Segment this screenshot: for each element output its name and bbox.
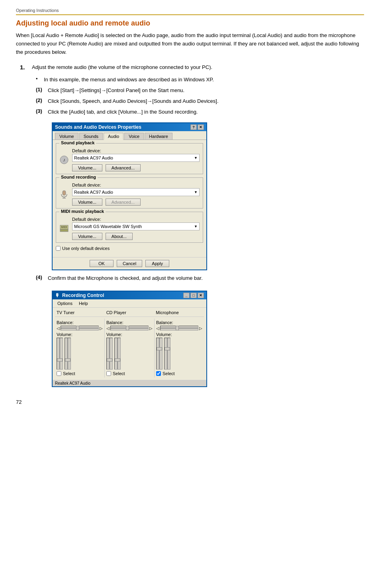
cd-volume-sliders <box>106 338 153 370</box>
default-devices-checkbox[interactable] <box>56 246 61 251</box>
mic-vol-slider-right[interactable] <box>164 338 170 370</box>
cd-select-checkbox[interactable] <box>106 371 111 376</box>
sounds-dialog-title: Sounds and Audio Devices Properties <box>55 124 141 130</box>
tab-hardware[interactable]: Hardware <box>145 133 172 140</box>
section-title: Adjusting local audio and remote audio <box>16 19 364 28</box>
midi-device-dropdown[interactable]: Microsoft GS Wavetable SW Synth ▼ <box>72 222 200 230</box>
sub-steps: • In this example, the menus and windows… <box>36 76 364 391</box>
sub-step-2-num: (2) <box>36 97 48 103</box>
apply-button[interactable]: Apply <box>145 260 169 267</box>
channel-col-tv: TV Tuner <box>55 310 105 315</box>
recording-status-bar: Realtek AC97 Audio <box>53 380 206 386</box>
playback-device-dropdown[interactable]: Realtek AC97 Audio ▼ <box>72 154 200 162</box>
recording-device-name: Realtek AC97 Audio <box>74 190 113 195</box>
dialog-tabs: Volume Sounds Audio Voice Hardware <box>53 131 206 140</box>
sub-step-4: (4) Confirm that the Microphone is check… <box>36 274 364 283</box>
tv-vol-slider-left[interactable] <box>57 338 63 370</box>
tv-balance-slider[interactable] <box>61 326 99 330</box>
mic-vol-slider-left[interactable] <box>156 338 163 370</box>
midi-about-btn[interactable]: About... <box>106 233 133 240</box>
playback-device-name: Realtek AC97 Audio <box>74 155 113 160</box>
sounds-dialog: Sounds and Audio Devices Properties ? ✕ … <box>52 122 207 270</box>
recording-title-icon: 🎙 <box>55 293 60 298</box>
recording-titlebar-left: 🎙 Recording Control <box>55 293 104 298</box>
cd-right-icon: ▷ <box>149 326 153 330</box>
playback-volume-btn[interactable]: Volume... <box>72 164 102 171</box>
recording-advanced-btn[interactable]: Advanced... <box>106 199 141 206</box>
default-devices-checkbox-row: Use only default devices <box>56 246 203 251</box>
step-1-number: 1. <box>20 64 32 71</box>
recording-close-btn[interactable]: ✕ <box>198 293 204 298</box>
tv-select-row: Select <box>57 371 103 376</box>
step-1-text: Adjust the remote audio (the volume of t… <box>32 63 212 72</box>
tab-volume[interactable]: Volume <box>55 133 78 140</box>
sounds-dialog-container: Sounds and Audio Devices Properties ? ✕ … <box>52 122 207 270</box>
channel-col-cd: CD Player <box>105 310 155 315</box>
tv-select-checkbox[interactable] <box>57 371 61 376</box>
mic-balance-slider[interactable] <box>160 326 198 330</box>
cd-balance-label: Balance: <box>106 320 153 325</box>
tab-audio[interactable]: Audio <box>104 133 123 140</box>
mic-left-icon: ◁ <box>156 326 159 330</box>
channel-section: Balance: ◁ ▷ Volume: <box>55 319 204 378</box>
tab-voice[interactable]: Voice <box>124 133 144 140</box>
tv-balance-label: Balance: <box>57 320 103 325</box>
recording-device-dropdown[interactable]: Realtek AC97 Audio ▼ <box>72 188 200 196</box>
sound-recording-group: Sound recording <box>56 177 203 208</box>
recording-restore-btn[interactable]: □ <box>190 293 197 298</box>
sound-playback-content: ♪ Default device: Realtek AC97 Audio ▼ <box>59 148 200 171</box>
playback-btn-row: Volume... Advanced... <box>72 164 200 171</box>
default-devices-label: Use only default devices <box>62 246 110 251</box>
mic-balance-label: Balance: <box>156 320 202 325</box>
options-menu[interactable]: Options <box>54 300 76 307</box>
midi-content: MIDI Default device: Microsoft GS Waveta… <box>59 217 200 240</box>
cancel-button[interactable]: Cancel <box>117 260 142 267</box>
midi-volume-btn[interactable]: Volume... <box>72 233 102 240</box>
help-menu[interactable]: Help <box>76 300 91 307</box>
ok-button[interactable]: OK <box>90 260 114 267</box>
recording-dialog-title: Recording Control <box>62 293 104 298</box>
midi-btn-row: Volume... About... <box>72 233 200 240</box>
operating-instructions: Operating Instructions <box>16 8 364 13</box>
playback-advanced-btn[interactable]: Advanced... <box>106 164 141 171</box>
top-divider <box>16 14 364 15</box>
dialog-footer: OK Cancel Apply <box>53 257 206 269</box>
recording-titlebar-buttons: _ □ ✕ <box>183 293 204 298</box>
cd-vol-slider-left[interactable] <box>106 338 113 370</box>
steps-container: 1. Adjust the remote audio (the volume o… <box>20 63 364 391</box>
sound-playback-group: Sound playback ♪ Default device: <box>56 143 203 174</box>
bullet-icon: • <box>36 76 44 82</box>
channel-headers: TV Tuner CD Player Microphone <box>55 310 204 317</box>
svg-text:MIDI: MIDI <box>61 226 67 228</box>
midi-title: MIDI music playback <box>59 209 106 214</box>
mic-select-row: Select <box>156 371 202 376</box>
recording-icon <box>59 189 69 199</box>
sounds-dialog-titlebar: Sounds and Audio Devices Properties ? ✕ <box>53 123 206 131</box>
recording-volume-btn[interactable]: Volume... <box>72 199 102 206</box>
sub-step-1-num: (1) <box>36 87 48 92</box>
svg-rect-2 <box>63 191 66 195</box>
cd-select-row: Select <box>106 371 153 376</box>
recording-minimize-btn[interactable]: _ <box>183 293 190 298</box>
sub-step-3-text: Click the [Audio] tab, and click [Volume… <box>48 108 198 116</box>
close-button[interactable]: ✕ <box>198 124 204 130</box>
sub-step-2: (2) Click [Sounds, Speech, and Audio Dev… <box>36 97 364 106</box>
tv-left-icon: ◁ <box>57 326 60 330</box>
tv-select-label: Select <box>63 371 75 376</box>
sub-step-3: (3) Click the [Audio] tab, and click [Vo… <box>36 108 364 116</box>
cd-left-icon: ◁ <box>106 326 110 330</box>
cd-vol-slider-right[interactable] <box>114 338 121 370</box>
recording-dialog: 🎙 Recording Control _ □ ✕ Options Help T… <box>52 291 207 387</box>
help-button[interactable]: ? <box>190 124 197 130</box>
mic-volume-label: Volume: <box>156 332 202 337</box>
recording-titlebar: 🎙 Recording Control _ □ ✕ <box>53 291 206 299</box>
bullet-text: In this example, the menus and windows a… <box>44 76 214 84</box>
cd-balance-slider-row: ◁ ▷ <box>106 326 153 330</box>
tab-sounds[interactable]: Sounds <box>79 133 103 140</box>
tv-right-icon: ▷ <box>100 326 103 330</box>
step-1: 1. Adjust the remote audio (the volume o… <box>20 63 364 72</box>
mic-select-checkbox[interactable] <box>156 371 161 376</box>
tv-volume-label: Volume: <box>57 332 103 337</box>
tv-vol-slider-right[interactable] <box>65 338 71 370</box>
cd-balance-slider[interactable] <box>110 326 149 330</box>
